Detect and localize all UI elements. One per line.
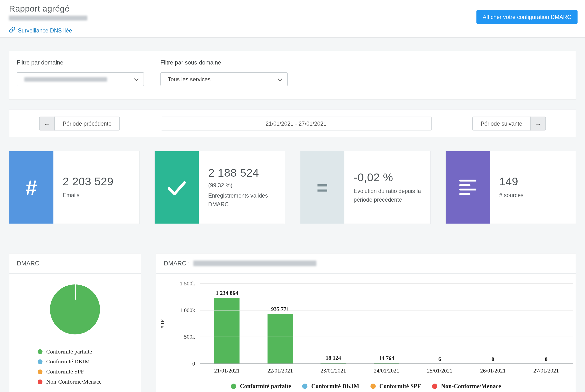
x-tick-label: 21/01/2021 [200, 368, 254, 374]
legend-label: Conformité parfaite [240, 383, 291, 390]
legend-dot [38, 359, 42, 364]
valid-dmarc-percent: (99,32 %) [208, 182, 280, 188]
bar-value-label: 935 771 [271, 306, 289, 312]
y-axis-title: # IP [159, 319, 166, 328]
bar-card-header: DMARC : [156, 254, 575, 274]
redacted-chart-domain [193, 260, 316, 266]
bar-value-label: 0 [492, 356, 494, 362]
valid-dmarc-label: Enregistrements valides DMARC [208, 192, 280, 208]
y-tick-label: 1 000k [180, 307, 195, 314]
previous-period-group: ← Période précédente [39, 116, 120, 130]
legend-item[interactable]: Conformité parfaite [38, 348, 141, 355]
check-icon [155, 151, 199, 224]
chevron-down-icon [134, 76, 139, 82]
legend-item[interactable]: Non-Conforme/Menace [432, 383, 501, 390]
legend-dot [432, 384, 437, 389]
legend-item[interactable]: Conformité SPF [370, 383, 421, 390]
bar-chart-plot: # IP 1 234 864935 77118 12414 764600 050… [200, 284, 573, 364]
x-tick-label: 22/01/2021 [254, 368, 307, 374]
pie-card-title: DMARC [10, 254, 141, 274]
link-icon [9, 26, 15, 34]
x-tick-label: 27/01/2021 [519, 368, 573, 374]
legend-dot [302, 384, 308, 389]
hash-icon: # [10, 151, 54, 224]
bar-slot: 6 [413, 284, 466, 364]
arrow-right-icon[interactable]: → [530, 116, 546, 130]
bars-container: 1 234 864935 77118 12414 764600 [200, 284, 573, 364]
sources-label: # sources [499, 191, 571, 200]
next-period-group: Période suivante → [472, 116, 546, 130]
x-tick-label: 25/01/2021 [413, 368, 466, 374]
bar-slot: 0 [466, 284, 519, 364]
bar-slot: 18 124 [307, 284, 360, 364]
bar-card-title: DMARC : [164, 260, 190, 267]
legend-dot [38, 369, 42, 374]
y-tick-label: 500k [184, 334, 195, 340]
next-period-button[interactable]: Période suivante [472, 116, 530, 130]
ratio-evolution-label: Evolution du ratio depuis la période pré… [354, 187, 426, 204]
stats-row: # 2 203 529 Emails 2 188 524 (99,32 %) E… [9, 151, 576, 224]
dns-link-label: Surveillance DNS liée [18, 27, 72, 33]
domain-filter-label: Filtre par domaine [17, 59, 144, 66]
emails-label: Emails [63, 191, 135, 200]
legend-label: Conformité parfaite [46, 348, 92, 355]
chevron-down-icon [278, 76, 282, 82]
sources-count: 149 [499, 175, 571, 188]
dmarc-pie-card: DMARC Conformité parfaiteConformité DKIM… [9, 253, 141, 392]
legend-label: Conformité DKIM [46, 358, 90, 365]
legend-label: Non-Conforme/Menace [46, 378, 101, 385]
charts-row: DMARC Conformité parfaiteConformité DKIM… [9, 253, 576, 392]
bar-value-label: 0 [545, 356, 548, 362]
main-content: Filtre par domaine Filtre par sous-domai… [0, 51, 585, 392]
valid-dmarc-count: 2 188 524 [208, 166, 280, 179]
legend-label: Conformité DKIM [311, 383, 359, 390]
x-tick-label: 24/01/2021 [360, 368, 413, 374]
bar-legend: Conformité parfaiteConformité DKIMConfor… [156, 383, 575, 390]
y-tick-label: 0 [192, 361, 195, 367]
date-range-display[interactable]: 21/01/2021 - 27/01/2021 [161, 116, 432, 130]
subdomain-filter-group: Filtre par sous-domaine Tous les service… [160, 59, 287, 86]
bar-slot: 935 771 [254, 284, 307, 364]
bar-value-label: 6 [438, 356, 441, 362]
ratio-evolution-value: -0,02 % [354, 171, 426, 184]
domain-filter-select[interactable] [17, 72, 144, 86]
bar-value-label: 1 234 864 [216, 290, 238, 296]
stat-card-valid-dmarc: 2 188 524 (99,32 %) Enregistrements vali… [154, 151, 285, 224]
legend-item[interactable]: Conformité DKIM [302, 383, 359, 390]
arrow-left-icon[interactable]: ← [39, 116, 55, 130]
pie-chart [50, 284, 100, 334]
legend-dot [38, 379, 42, 384]
legend-dot [370, 384, 376, 389]
stat-card-ratio-evolution: = -0,02 % Evolution du ratio depuis la p… [300, 151, 430, 224]
subdomain-filter-label: Filtre par sous-domaine [160, 59, 287, 66]
legend-item[interactable]: Non-Conforme/Menace [38, 378, 141, 385]
emails-count: 2 203 529 [63, 175, 135, 188]
equals-icon: = [300, 151, 344, 224]
legend-item[interactable]: Conformité DKIM [38, 358, 141, 365]
bar-slot: 14 764 [360, 284, 413, 364]
legend-item[interactable]: Conformité parfaite [231, 383, 291, 390]
bar [214, 298, 240, 364]
legend-dot [38, 349, 42, 354]
redacted-domain-value [24, 77, 107, 82]
stat-card-sources: 149 # sources [446, 151, 576, 224]
list-icon [446, 151, 490, 224]
topbar: Rapport agrégé Surveillance DNS liée Aff… [0, 0, 585, 38]
period-card: ← Période précédente 21/01/2021 - 27/01/… [9, 110, 576, 137]
subdomain-filter-select[interactable]: Tous les services [160, 72, 287, 86]
previous-period-button[interactable]: Période précédente [55, 116, 120, 130]
x-tick-label: 23/01/2021 [307, 368, 360, 374]
subdomain-selected-value: Tous les services [168, 76, 210, 82]
x-axis-labels: 21/01/202122/01/202123/01/202124/01/2021… [200, 368, 573, 374]
show-dmarc-config-button[interactable]: Afficher votre configuration DMARC [476, 10, 577, 24]
stat-card-emails: # 2 203 529 Emails [9, 151, 139, 224]
gridline [200, 310, 573, 310]
x-tick-label: 26/01/2021 [466, 368, 519, 374]
domain-filter-group: Filtre par domaine [17, 59, 144, 86]
page: Rapport agrégé Surveillance DNS liée Aff… [0, 0, 585, 392]
gridline [200, 283, 573, 284]
bar-value-label: 18 124 [326, 355, 341, 361]
dns-monitoring-link[interactable]: Surveillance DNS liée [9, 26, 72, 34]
legend-dot [231, 384, 236, 389]
legend-item[interactable]: Conformité SPF [38, 368, 141, 375]
